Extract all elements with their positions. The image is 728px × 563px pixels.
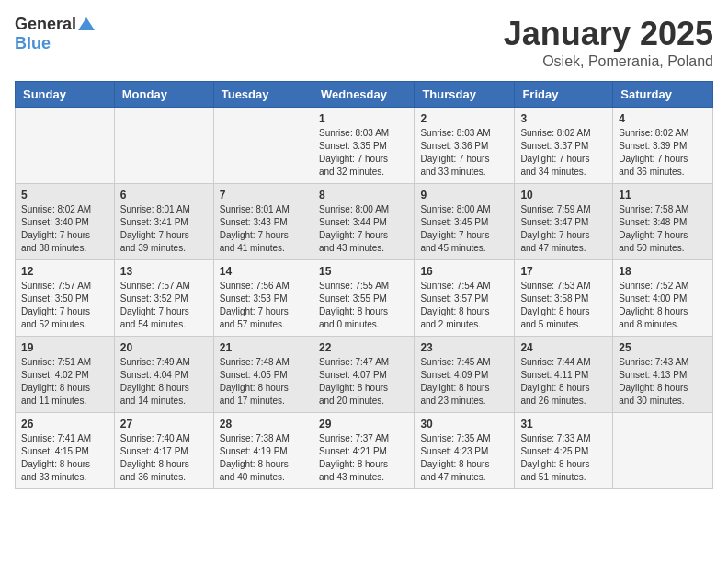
day-number: 22: [319, 341, 408, 354]
calendar-cell: 8Sunrise: 8:00 AM Sunset: 3:44 PM Daylig…: [313, 184, 414, 260]
calendar-cell: 6Sunrise: 8:01 AM Sunset: 3:41 PM Daylig…: [114, 184, 213, 260]
calendar-week-row: 26Sunrise: 7:41 AM Sunset: 4:15 PM Dayli…: [16, 413, 713, 489]
day-number: 30: [420, 418, 508, 431]
calendar-cell: 1Sunrise: 8:03 AM Sunset: 3:35 PM Daylig…: [313, 108, 414, 184]
day-number: 31: [520, 418, 607, 431]
calendar-cell: 17Sunrise: 7:53 AM Sunset: 3:58 PM Dayli…: [515, 260, 613, 337]
day-number: 3: [520, 112, 607, 125]
day-number: 9: [420, 189, 508, 201]
calendar-cell: 22Sunrise: 7:47 AM Sunset: 4:07 PM Dayli…: [313, 337, 414, 413]
calendar-cell: 27Sunrise: 7:40 AM Sunset: 4:17 PM Dayli…: [114, 413, 213, 489]
day-content: Sunrise: 7:54 AM Sunset: 3:57 PM Dayligh…: [420, 280, 508, 331]
day-number: 28: [220, 418, 307, 431]
day-number: 4: [619, 112, 707, 125]
calendar-cell: [16, 108, 115, 184]
calendar-cell: 21Sunrise: 7:48 AM Sunset: 4:05 PM Dayli…: [213, 337, 313, 413]
calendar-cell: 25Sunrise: 7:43 AM Sunset: 4:13 PM Dayli…: [613, 337, 713, 413]
day-number: 24: [520, 341, 607, 354]
weekday-header: Saturday: [613, 82, 713, 108]
day-number: 2: [420, 112, 508, 125]
day-content: Sunrise: 7:48 AM Sunset: 4:05 PM Dayligh…: [220, 356, 307, 408]
calendar-table: SundayMondayTuesdayWednesdayThursdayFrid…: [15, 81, 713, 489]
day-number: 10: [520, 189, 607, 201]
calendar-cell: 30Sunrise: 7:35 AM Sunset: 4:23 PM Dayli…: [415, 413, 515, 489]
day-number: 17: [520, 265, 607, 278]
calendar-cell: 12Sunrise: 7:57 AM Sunset: 3:50 PM Dayli…: [16, 260, 115, 337]
weekday-header: Friday: [515, 82, 613, 108]
calendar-cell: 31Sunrise: 7:33 AM Sunset: 4:25 PM Dayli…: [515, 413, 613, 489]
calendar-cell: 20Sunrise: 7:49 AM Sunset: 4:04 PM Dayli…: [114, 337, 213, 413]
day-content: Sunrise: 7:53 AM Sunset: 3:58 PM Dayligh…: [520, 280, 607, 331]
day-content: Sunrise: 7:51 AM Sunset: 4:02 PM Dayligh…: [21, 356, 108, 408]
calendar-cell: 18Sunrise: 7:52 AM Sunset: 4:00 PM Dayli…: [613, 260, 713, 337]
calendar-cell: [213, 108, 313, 184]
day-content: Sunrise: 7:57 AM Sunset: 3:52 PM Dayligh…: [120, 280, 208, 331]
day-number: 29: [319, 418, 408, 431]
calendar-cell: 2Sunrise: 8:03 AM Sunset: 3:36 PM Daylig…: [415, 108, 515, 184]
calendar-week-row: 12Sunrise: 7:57 AM Sunset: 3:50 PM Dayli…: [16, 260, 713, 337]
day-number: 18: [619, 265, 707, 278]
day-number: 19: [21, 341, 108, 354]
calendar-cell: 26Sunrise: 7:41 AM Sunset: 4:15 PM Dayli…: [16, 413, 115, 489]
weekday-header: Monday: [114, 82, 213, 108]
day-content: Sunrise: 7:37 AM Sunset: 4:21 PM Dayligh…: [319, 432, 408, 484]
calendar-cell: 9Sunrise: 8:00 AM Sunset: 3:45 PM Daylig…: [415, 184, 515, 260]
day-content: Sunrise: 7:33 AM Sunset: 4:25 PM Dayligh…: [520, 432, 607, 484]
day-number: 6: [120, 189, 208, 201]
day-number: 26: [21, 418, 108, 431]
day-content: Sunrise: 7:58 AM Sunset: 3:48 PM Dayligh…: [619, 203, 707, 255]
day-content: Sunrise: 8:02 AM Sunset: 3:39 PM Dayligh…: [619, 127, 707, 178]
calendar-cell: 24Sunrise: 7:44 AM Sunset: 4:11 PM Dayli…: [515, 337, 613, 413]
day-content: Sunrise: 7:40 AM Sunset: 4:17 PM Dayligh…: [120, 432, 208, 484]
calendar-header-row: SundayMondayTuesdayWednesdayThursdayFrid…: [16, 82, 713, 108]
calendar-cell: 11Sunrise: 7:58 AM Sunset: 3:48 PM Dayli…: [613, 184, 713, 260]
day-content: Sunrise: 8:00 AM Sunset: 3:44 PM Dayligh…: [319, 203, 408, 255]
day-content: Sunrise: 8:02 AM Sunset: 3:40 PM Dayligh…: [21, 203, 108, 255]
calendar-cell: 5Sunrise: 8:02 AM Sunset: 3:40 PM Daylig…: [16, 184, 115, 260]
day-content: Sunrise: 8:02 AM Sunset: 3:37 PM Dayligh…: [520, 127, 607, 178]
day-number: 8: [319, 189, 408, 201]
calendar-cell: 10Sunrise: 7:59 AM Sunset: 3:47 PM Dayli…: [515, 184, 613, 260]
day-number: 13: [120, 265, 208, 278]
day-content: Sunrise: 7:43 AM Sunset: 4:13 PM Dayligh…: [619, 356, 707, 408]
day-content: Sunrise: 7:47 AM Sunset: 4:07 PM Dayligh…: [319, 356, 408, 408]
svg-marker-0: [78, 17, 95, 30]
day-number: 14: [220, 265, 307, 278]
day-content: Sunrise: 8:00 AM Sunset: 3:45 PM Dayligh…: [420, 203, 508, 255]
day-content: Sunrise: 7:44 AM Sunset: 4:11 PM Dayligh…: [520, 356, 607, 408]
calendar-cell: 23Sunrise: 7:45 AM Sunset: 4:09 PM Dayli…: [415, 337, 515, 413]
calendar-week-row: 19Sunrise: 7:51 AM Sunset: 4:02 PM Dayli…: [16, 337, 713, 413]
calendar-week-row: 1Sunrise: 8:03 AM Sunset: 3:35 PM Daylig…: [16, 108, 713, 184]
day-content: Sunrise: 7:59 AM Sunset: 3:47 PM Dayligh…: [520, 203, 607, 255]
day-number: 5: [21, 189, 108, 201]
day-number: 15: [319, 265, 408, 278]
day-number: 7: [220, 189, 307, 201]
day-content: Sunrise: 7:49 AM Sunset: 4:04 PM Dayligh…: [120, 356, 208, 408]
logo: General Blue: [15, 15, 95, 53]
calendar-cell: [613, 413, 713, 489]
calendar-cell: 16Sunrise: 7:54 AM Sunset: 3:57 PM Dayli…: [415, 260, 515, 337]
day-content: Sunrise: 7:45 AM Sunset: 4:09 PM Dayligh…: [420, 356, 508, 408]
day-content: Sunrise: 8:03 AM Sunset: 3:36 PM Dayligh…: [420, 127, 508, 178]
calendar-subtitle: Osiek, Pomerania, Poland: [504, 53, 713, 70]
calendar-cell: 7Sunrise: 8:01 AM Sunset: 3:43 PM Daylig…: [213, 184, 313, 260]
calendar-title: January 2025: [504, 15, 713, 53]
day-content: Sunrise: 8:01 AM Sunset: 3:43 PM Dayligh…: [220, 203, 307, 255]
calendar-cell: 3Sunrise: 8:02 AM Sunset: 3:37 PM Daylig…: [515, 108, 613, 184]
day-number: 27: [120, 418, 208, 431]
title-section: January 2025 Osiek, Pomerania, Poland: [504, 15, 713, 70]
weekday-header: Thursday: [415, 82, 515, 108]
calendar-week-row: 5Sunrise: 8:02 AM Sunset: 3:40 PM Daylig…: [16, 184, 713, 260]
day-content: Sunrise: 7:41 AM Sunset: 4:15 PM Dayligh…: [21, 432, 108, 484]
logo-general: General: [15, 15, 76, 34]
day-number: 12: [21, 265, 108, 278]
day-number: 25: [619, 341, 707, 354]
day-content: Sunrise: 8:03 AM Sunset: 3:35 PM Dayligh…: [319, 127, 408, 178]
calendar-cell: 13Sunrise: 7:57 AM Sunset: 3:52 PM Dayli…: [114, 260, 213, 337]
day-content: Sunrise: 7:56 AM Sunset: 3:53 PM Dayligh…: [220, 280, 307, 331]
day-number: 11: [619, 189, 707, 201]
calendar-cell: 4Sunrise: 8:02 AM Sunset: 3:39 PM Daylig…: [613, 108, 713, 184]
calendar-cell: 15Sunrise: 7:55 AM Sunset: 3:55 PM Dayli…: [313, 260, 414, 337]
calendar-cell: 19Sunrise: 7:51 AM Sunset: 4:02 PM Dayli…: [16, 337, 115, 413]
weekday-header: Tuesday: [213, 82, 313, 108]
